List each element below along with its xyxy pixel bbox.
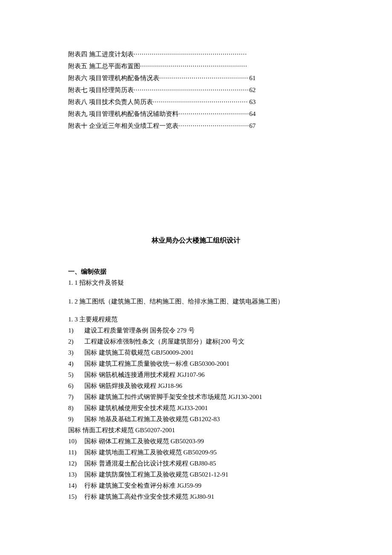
spacer — [68, 133, 324, 235]
standard-item-text: 国标 钢筋机械连接通用技术规程 JGJ107-96 — [83, 371, 205, 378]
toc-entry: 附表十 企业近三年相关业绩工程一览表67 — [68, 121, 256, 131]
toc-page-number: 67 — [248, 121, 256, 131]
section-1-1: 1. 1 招标文件及答疑 — [68, 278, 324, 288]
standard-item-text: 国标 普通混凝土配合比设计技术规程 GBJ80-85 — [83, 460, 216, 467]
document-page: 附表四 施工进度计划表附表五 施工总平面布置图附表六 项目管理机构配备情况表61… — [0, 0, 392, 502]
standard-item: 3) 国标 建筑施工荷载规范 GBJ50009-2001 — [68, 347, 324, 358]
standard-item: 6) 国标 钢筋焊接及验收规程 JGJ18-96 — [68, 381, 324, 391]
toc-entry: 附表八 项目技术负责人简历表63 — [68, 97, 256, 107]
standard-item: 12) 国标 普通混凝土配合比设计技术规程 GBJ80-85 — [68, 458, 324, 468]
standard-item-number: 7) — [68, 392, 83, 402]
toc-label: 附表六 项目管理机构配备情况表 — [68, 73, 159, 83]
toc-label: 附表八 项目技术负责人简历表 — [68, 97, 153, 107]
standard-item-text: 国标 建筑地面工程施工及验收规范 GB50209-95 — [83, 449, 217, 456]
standard-item: 4) 国标 建筑工程施工质量验收统一标准 GB50300-2001 — [68, 358, 324, 369]
standard-item-number: 15) — [68, 491, 83, 502]
toc-entry: 附表五 施工总平面布置图 — [68, 61, 247, 71]
section-1-head: 一、编制依据 — [68, 266, 324, 277]
toc-block: 附表四 施工进度计划表附表五 施工总平面布置图附表六 项目管理机构配备情况表61… — [68, 49, 324, 131]
standard-item: 10) 国标 砌体工程施工及验收规范 GB50203-99 — [68, 436, 324, 446]
standard-item-text: 国标 建筑机械使用安全技术规范 JGJ33-2001 — [83, 405, 208, 411]
toc-label: 附表十 企业近三年相关业绩工程一览表 — [68, 121, 179, 131]
standard-item-text: 国标 建筑施工扣件式钢管脚手架安全技术市场规范 JGJ130-2001 — [83, 393, 262, 400]
toc-label: 附表四 施工进度计划表 — [68, 49, 134, 59]
standard-item-text: 行标 建筑施工高处作业安全技术规范 JGJ80-91 — [83, 493, 214, 500]
toc-page-number: 62 — [248, 85, 256, 95]
standard-item-number: 9) — [68, 414, 83, 424]
standard-item: 1) 建设工程质量管理条例 国务院令 279 号 — [68, 325, 324, 335]
section-1-3: 1. 3 主要规程规范 — [68, 314, 324, 324]
standard-item-number: 11) — [68, 447, 83, 457]
section-1-2: 1. 2 施工图纸（建筑施工图、结构施工图、给排水施工图、建筑电器施工图） — [68, 296, 324, 306]
standard-item-number: 4) — [68, 358, 83, 369]
standards-list-1: 1) 建设工程质量管理条例 国务院令 279 号2) 工程建设标准强制性条文（房… — [68, 325, 324, 424]
standard-item: 11) 国标 建筑地面工程施工及验收规范 GB50209-95 — [68, 447, 324, 457]
toc-leader-dots — [153, 97, 248, 107]
toc-label: 附表七 项目经理简历表 — [68, 85, 134, 95]
standard-item-text: 国标 地基及基础工程施工及验收规范 GB1202-83 — [83, 416, 220, 422]
toc-page-number: 64 — [248, 109, 256, 119]
standard-item-text: 国标 建筑施工荷载规范 GBJ50009-2001 — [83, 349, 193, 356]
toc-leader-dots — [140, 61, 247, 71]
standard-item-text: 国标 建筑工程施工质量验收统一标准 GB50300-2001 — [83, 360, 230, 367]
standard-item-text: 建设工程质量管理条例 国务院令 279 号 — [83, 327, 195, 334]
toc-leader-dots — [179, 109, 248, 119]
standard-item: 8) 国标 建筑机械使用安全技术规范 JGJ33-2001 — [68, 403, 324, 413]
standard-item: 14) 行标 建筑施工安全检查评分标准 JGJ59-99 — [68, 480, 324, 491]
standard-item-number: 10) — [68, 436, 83, 446]
standard-item: 2) 工程建设标准强制性条文（房屋建筑部分）建标[200 号文 — [68, 336, 324, 347]
standard-item-number: 12) — [68, 458, 83, 468]
toc-leader-dots — [159, 73, 248, 83]
toc-entry: 附表七 项目经理简历表62 — [68, 85, 256, 95]
standard-item-number: 2) — [68, 336, 83, 347]
standard-item-number: 8) — [68, 403, 83, 413]
standard-item-number: 3) — [68, 347, 83, 358]
document-title: 林业局办公大楼施工组织设计 — [68, 235, 324, 246]
standard-item-number: 1) — [68, 325, 83, 335]
standard-item-text: 国标 砌体工程施工及验收规范 GB50203-99 — [83, 438, 204, 445]
toc-label: 附表九 项目管理机构配备情况辅助资料 — [68, 109, 179, 119]
standard-item-number: 5) — [68, 370, 83, 380]
standard-item-number: 14) — [68, 480, 83, 491]
standard-item-number: 13) — [68, 469, 83, 480]
toc-leader-dots — [179, 121, 248, 131]
standard-item-number: 6) — [68, 381, 83, 391]
standards-list-2: 10) 国标 砌体工程施工及验收规范 GB50203-9911) 国标 建筑地面… — [68, 436, 324, 502]
toc-entry: 附表九 项目管理机构配备情况辅助资料64 — [68, 109, 256, 119]
toc-leader-dots — [134, 49, 247, 59]
toc-label: 附表五 施工总平面布置图 — [68, 61, 140, 71]
standard-item: 5) 国标 钢筋机械连接通用技术规程 JGJ107-96 — [68, 370, 324, 380]
toc-entry: 附表六 项目管理机构配备情况表61 — [68, 73, 256, 83]
toc-page-number: 61 — [248, 73, 256, 83]
standard-item: 7) 国标 建筑施工扣件式钢管脚手架安全技术市场规范 JGJ130-2001 — [68, 392, 324, 402]
standard-item-text: 国标 钢筋焊接及验收规程 JGJ18-96 — [83, 382, 182, 389]
standard-item-text: 工程建设标准强制性条文（房屋建筑部分）建标[200 号文 — [83, 338, 245, 345]
toc-page-number: 63 — [248, 97, 256, 107]
standard-item-text: 行标 建筑施工安全检查评分标准 JGJ59-99 — [83, 482, 202, 489]
standard-item: 13) 国标 建筑防腐蚀工程施工及验收规范 GB5021-12-91 — [68, 469, 324, 480]
standard-item: 15) 行标 建筑施工高处作业安全技术规范 JGJ80-91 — [68, 491, 324, 502]
toc-leader-dots — [134, 85, 248, 95]
toc-entry: 附表四 施工进度计划表 — [68, 49, 247, 59]
standard-item-text: 国标 建筑防腐蚀工程施工及验收规范 GB5021-12-91 — [83, 471, 228, 478]
standard-unnumbered: 国标 情面工程技术规范 GB50207-2001 — [68, 425, 324, 435]
standard-item: 9) 国标 地基及基础工程施工及验收规范 GB1202-83 — [68, 414, 324, 424]
